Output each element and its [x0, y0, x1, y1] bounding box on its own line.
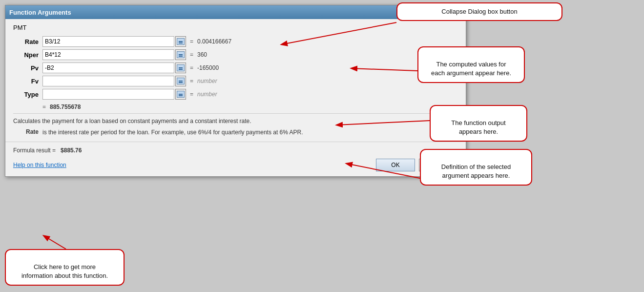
callout-output: The function output appears here.	[430, 105, 527, 142]
description-arg-text: is the interest rate per period for the …	[42, 128, 458, 137]
callout-click-help: Click here to get more information about…	[5, 249, 125, 286]
arg-input-wrap-rate: = 0.004166667	[42, 36, 458, 47]
callout-computed: The computed values for each argument ap…	[417, 46, 525, 83]
arg-equals-type: =	[190, 91, 193, 98]
arg-row-type: Type = number	[13, 89, 458, 100]
formula-result: Formula result = $885.76	[13, 147, 458, 154]
arg-input-pv[interactable]	[42, 63, 174, 73]
arg-input-fv[interactable]	[42, 76, 174, 86]
collapse-btn-nper[interactable]	[175, 49, 186, 60]
collapse-btn-fv[interactable]	[175, 76, 186, 86]
args-table: Rate = 0.004166667 Nper	[13, 36, 458, 100]
result-row: = 885.755678	[13, 104, 458, 110]
callout-collapse: Collapse Dialog box button	[396, 2, 562, 21]
collapse-btn-inner-type	[177, 91, 185, 98]
arg-input-type[interactable]	[42, 89, 174, 100]
arg-label-rate: Rate	[13, 38, 42, 45]
dialog-body: PMT Rate = 0.004166667 Nper	[5, 19, 466, 142]
footer-buttons-row: Help on this function OK Cancel	[13, 159, 458, 171]
collapse-btn-pv[interactable]	[175, 63, 186, 73]
arg-input-wrap-pv: = -165000	[42, 63, 458, 73]
arg-row-pv: Pv = -165000	[13, 63, 458, 73]
arg-row-nper: Nper = 360	[13, 49, 458, 60]
description-arg-name: Rate	[13, 128, 42, 135]
arg-label-nper: Nper	[13, 51, 42, 59]
arg-label-pv: Pv	[13, 64, 42, 72]
description-main: Calculates the payment for a loan based …	[13, 118, 458, 125]
arg-input-rate[interactable]	[42, 36, 174, 47]
dialog-footer: Formula result = $885.76 Help on this fu…	[5, 142, 466, 176]
svg-line-5	[44, 236, 66, 249]
arg-input-wrap-nper: = 360	[42, 49, 458, 60]
arg-equals-nper: =	[190, 51, 193, 58]
description-section: Calculates the payment for a loan based …	[13, 113, 458, 137]
function-name: PMT	[13, 24, 458, 31]
collapse-btn-inner-fv	[177, 78, 185, 84]
arg-equals-fv: =	[190, 78, 193, 84]
arg-equals-rate: =	[190, 38, 193, 45]
arg-label-fv: Fv	[13, 78, 42, 85]
description-arg: Rate is the interest rate per period for…	[13, 128, 458, 137]
collapse-btn-inner-nper	[177, 51, 185, 58]
function-arguments-dialog: Function Arguments ? ✕ PMT Rate = 0.0041…	[5, 5, 466, 177]
collapse-btn-inner-pv	[177, 64, 185, 71]
arg-equals-pv: =	[190, 64, 193, 71]
arg-value-pv: -165000	[197, 64, 219, 71]
arg-row-fv: Fv = number	[13, 76, 458, 86]
collapse-btn-inner-rate	[177, 38, 185, 45]
collapse-btn-rate[interactable]	[175, 36, 186, 47]
arg-input-wrap-fv: = number	[42, 76, 458, 86]
arg-value-type: number	[197, 91, 217, 98]
arg-value-rate: 0.004166667	[197, 38, 231, 45]
dialog-title: Function Arguments	[9, 9, 71, 16]
result-equals: =	[42, 104, 46, 110]
ok-button[interactable]: OK	[376, 159, 415, 171]
help-link[interactable]: Help on this function	[13, 162, 66, 168]
arg-value-fv: number	[197, 78, 217, 84]
arg-value-nper: 360	[197, 51, 207, 58]
callout-definition: Definition of the selected argument appe…	[420, 149, 532, 186]
arg-label-type: Type	[13, 91, 42, 98]
formula-result-label: Formula result =	[13, 147, 56, 154]
arg-input-wrap-type: = number	[42, 89, 458, 100]
arg-input-nper[interactable]	[42, 49, 174, 60]
arg-row-rate: Rate = 0.004166667	[13, 36, 458, 47]
result-value: 885.755678	[50, 104, 81, 110]
collapse-btn-type[interactable]	[175, 89, 186, 100]
formula-result-value: $885.76	[61, 147, 82, 154]
